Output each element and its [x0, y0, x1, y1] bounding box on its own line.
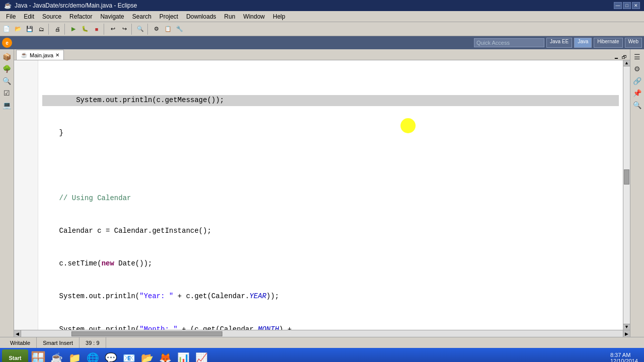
taskbar: Start 🪟 ☕ 📁 🌐 💬 📧 📂 🦊 📊 📈 8:37 AM 12/10/…: [0, 348, 644, 362]
taskbar-icon-skype[interactable]: 💬: [103, 350, 119, 362]
title-bar: ☕ Java - JavaDate/src/demo/Main.java - E…: [0, 0, 644, 11]
code-editor[interactable]: System.out.println(c.getMessage()); } //…: [38, 60, 623, 330]
title-bar-left: ☕ Java - JavaDate/src/demo/Main.java - E…: [4, 2, 137, 9]
taskbar-icon-app2[interactable]: 📈: [193, 350, 209, 362]
sidebar-icon-hierarchy[interactable]: 🌳: [2, 63, 13, 74]
toolbar-btn-extra3[interactable]: 🔧: [174, 24, 185, 35]
separator-1: [48, 24, 50, 35]
separator-3: [104, 24, 106, 35]
status-bar: Writable Smart Insert 39 : 9: [0, 337, 644, 348]
sidebar-icon-console[interactable]: 💻: [2, 100, 13, 111]
menu-file[interactable]: File: [2, 11, 20, 22]
menu-bar: File Edit Source Refactor Navigate Searc…: [0, 11, 644, 22]
clock-date: 12/10/2014: [610, 358, 638, 362]
right-sidebar-icon-2[interactable]: ⚙: [632, 63, 643, 74]
code-line-4: // Using Calendar: [42, 193, 619, 204]
tab-close-button[interactable]: ✕: [55, 52, 59, 58]
tray-time: 8:37 AM 12/10/2014: [610, 352, 638, 362]
status-insert: Smart Insert: [37, 337, 79, 348]
horizontal-scrollbar[interactable]: ◀ ▶: [14, 330, 630, 337]
toolbar-btn-extra2[interactable]: 📋: [163, 24, 174, 35]
menu-run[interactable]: Run: [220, 11, 239, 22]
main-area: 📦 🌳 🔍 ☑ 💻 ☕ Main.java ✕ 🗕 🗗: [0, 49, 644, 337]
taskbar-icon-eclipse[interactable]: ☕: [48, 350, 64, 362]
taskbar-icon-outlook[interactable]: 📧: [121, 350, 137, 362]
vertical-scrollbar[interactable]: ▲ ▼: [623, 60, 630, 330]
h-scrollbar-track[interactable]: [21, 331, 623, 336]
h-scrollbar-thumb[interactable]: [71, 331, 222, 336]
menu-search[interactable]: Search: [128, 11, 155, 22]
taskbar-icon-firefox[interactable]: 🦊: [157, 350, 173, 362]
perspective-java-ee[interactable]: Java EE: [546, 38, 572, 48]
toolbar-btn-extra1[interactable]: ⚙: [151, 24, 162, 35]
quick-access-input[interactable]: [474, 38, 544, 47]
sidebar-icon-package[interactable]: 📦: [2, 51, 13, 62]
window-title: Java - JavaDate/src/demo/Main.java - Ecl…: [15, 2, 137, 9]
save-all-button[interactable]: 🗂: [36, 24, 47, 35]
editor-main: System.out.println(c.getMessage()); } //…: [14, 60, 630, 337]
taskbar-icon-files[interactable]: 📁: [66, 350, 83, 362]
taskbar-icon-app1[interactable]: 📊: [175, 350, 191, 362]
undo-button[interactable]: ↩: [107, 24, 118, 35]
taskbar-icon-windows[interactable]: 🪟: [30, 350, 46, 362]
editor-area: ☕ Main.java ✕ 🗕 🗗: [14, 49, 630, 337]
menu-window[interactable]: Window: [239, 11, 269, 22]
menu-downloads[interactable]: Downloads: [182, 11, 220, 22]
right-sidebar-icon-5[interactable]: 🔍: [632, 100, 643, 111]
editor-with-scroll: System.out.println(c.getMessage()); } //…: [14, 60, 630, 337]
debug-button[interactable]: 🐛: [79, 24, 91, 35]
menu-source[interactable]: Source: [38, 11, 65, 22]
new-button[interactable]: 📄: [1, 24, 12, 35]
right-sidebar-icon-1[interactable]: ☰: [632, 51, 643, 62]
status-position: 39 : 9: [79, 337, 106, 348]
taskbar-icon-folder2[interactable]: 📂: [139, 350, 155, 362]
tab-icon: ☕: [21, 52, 28, 58]
minimize-button[interactable]: —: [614, 2, 622, 9]
maximize-button[interactable]: □: [623, 2, 631, 9]
right-sidebar-icon-4[interactable]: 📌: [632, 87, 643, 99]
perspective-left: e: [2, 38, 12, 48]
code-area-wrapper[interactable]: System.out.println(c.getMessage()); } //…: [14, 60, 630, 330]
separator-2: [64, 24, 66, 35]
code-line-8: System.out.println("Month: " + (c.get(Ca…: [42, 324, 619, 330]
search-toolbar-button[interactable]: 🔍: [135, 24, 146, 35]
sidebar-icon-tasks[interactable]: ☑: [2, 87, 13, 99]
clock-time: 8:37 AM: [610, 352, 630, 358]
open-button[interactable]: 📂: [13, 24, 24, 35]
menu-refactor[interactable]: Refactor: [65, 11, 96, 22]
right-sidebar: ☰ ⚙ 🔗 📌 🔍: [630, 49, 644, 337]
tab-min-button[interactable]: 🗕: [613, 54, 620, 60]
save-button[interactable]: 💾: [24, 24, 35, 35]
left-sidebar: 📦 🌳 🔍 ☑ 💻: [0, 49, 14, 337]
menu-project[interactable]: Project: [155, 11, 182, 22]
taskbar-icon-chrome[interactable]: 🌐: [85, 350, 101, 362]
right-sidebar-icon-3[interactable]: 🔗: [632, 75, 643, 86]
perspective-java[interactable]: Java: [574, 38, 592, 48]
menu-edit[interactable]: Edit: [20, 11, 38, 22]
stop-button[interactable]: ■: [91, 24, 102, 35]
sidebar-icon-search[interactable]: 🔍: [2, 75, 13, 86]
eclipse-logo: e: [2, 38, 12, 48]
separator-4: [131, 24, 133, 35]
main-toolbar: 📄 📂 💾 🗂 🖨 ▶ 🐛 ■ ↩ ↪ 🔍 ⚙ 📋 🔧: [0, 22, 644, 36]
menu-help[interactable]: Help: [269, 11, 289, 22]
print-button[interactable]: 🖨: [52, 24, 63, 35]
tab-label: Main.java: [30, 52, 53, 58]
separator-5: [147, 24, 149, 35]
tab-max-button[interactable]: 🗗: [621, 54, 628, 60]
run-button[interactable]: ▶: [68, 24, 79, 35]
perspective-hibernate[interactable]: Hibernate: [594, 38, 622, 48]
line-numbers: [14, 60, 38, 330]
code-line-3: [42, 160, 619, 171]
start-button[interactable]: Start: [2, 349, 28, 362]
tab-main-java[interactable]: ☕ Main.java ✕: [16, 50, 64, 60]
code-line-5: Calendar c = Calendar.getInstance();: [42, 226, 619, 237]
menu-navigate[interactable]: Navigate: [96, 11, 128, 22]
code-line-6: c.setTime(new Date());: [42, 258, 619, 269]
status-writable: Writable: [4, 337, 37, 348]
tab-controls: 🗕 🗗: [613, 54, 628, 60]
code-line-7: System.out.println("Year: " + c.get(Cale…: [42, 291, 619, 302]
perspective-web[interactable]: Web: [625, 38, 642, 48]
close-button[interactable]: ✕: [632, 2, 640, 9]
redo-button[interactable]: ↪: [119, 24, 130, 35]
